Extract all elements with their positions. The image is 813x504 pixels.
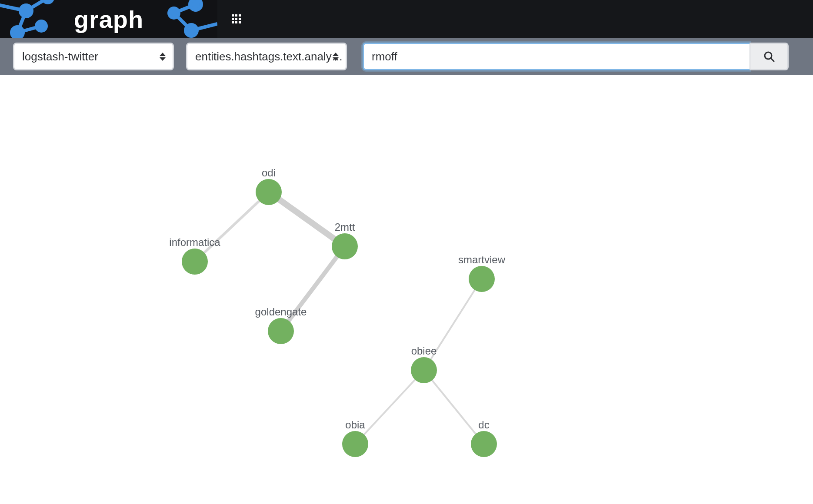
svg-point-11 <box>169 8 179 18</box>
svg-point-6 <box>12 27 23 38</box>
field-select-value: entities.hashtags.text.analy… <box>195 50 343 63</box>
svg-rect-20 <box>232 21 234 23</box>
graph-node[interactable] <box>256 179 282 205</box>
svg-rect-22 <box>239 21 241 23</box>
graph-node[interactable] <box>469 266 495 292</box>
svg-point-12 <box>190 0 201 10</box>
graph-edge <box>281 246 345 331</box>
graph-node[interactable] <box>332 233 358 259</box>
svg-point-13 <box>186 25 197 36</box>
search-icon <box>763 51 775 62</box>
graph-edge <box>424 279 482 370</box>
graph-edge <box>269 192 345 246</box>
graph-node[interactable] <box>182 249 208 275</box>
graph-node[interactable] <box>471 431 497 457</box>
svg-rect-14 <box>232 14 234 17</box>
controls-bar: logstash-twitter entities.hashtags.text.… <box>0 38 813 75</box>
graph-node[interactable] <box>411 357 437 383</box>
svg-line-24 <box>771 58 774 61</box>
svg-rect-15 <box>235 14 237 17</box>
updown-icon <box>159 50 167 63</box>
svg-rect-16 <box>239 14 241 17</box>
index-select-value: logstash-twitter <box>22 50 98 63</box>
graph-edge <box>355 370 424 444</box>
svg-rect-17 <box>232 18 234 20</box>
search-button[interactable] <box>750 43 789 70</box>
svg-point-7 <box>37 21 46 31</box>
field-select[interactable]: entities.hashtags.text.analy… <box>186 43 347 70</box>
index-select[interactable]: logstash-twitter <box>13 43 174 70</box>
svg-point-5 <box>43 0 53 3</box>
apps-icon[interactable] <box>230 13 243 25</box>
graph-edge <box>195 192 269 262</box>
svg-rect-18 <box>235 18 237 20</box>
top-bar: graph <box>0 0 813 38</box>
search-group <box>363 43 789 70</box>
graph-canvas[interactable]: odiinformatica2mttgoldengatesmartviewobi… <box>0 75 813 504</box>
brand-text: graph <box>74 5 144 33</box>
svg-rect-21 <box>235 21 237 23</box>
updown-icon <box>332 50 340 63</box>
graph-node[interactable] <box>342 431 368 457</box>
search-input[interactable] <box>363 43 750 70</box>
graph-node[interactable] <box>268 318 294 344</box>
svg-rect-19 <box>239 18 241 20</box>
graph-edge <box>424 370 484 444</box>
svg-point-4 <box>20 5 32 17</box>
brand-logo: graph <box>0 0 217 38</box>
